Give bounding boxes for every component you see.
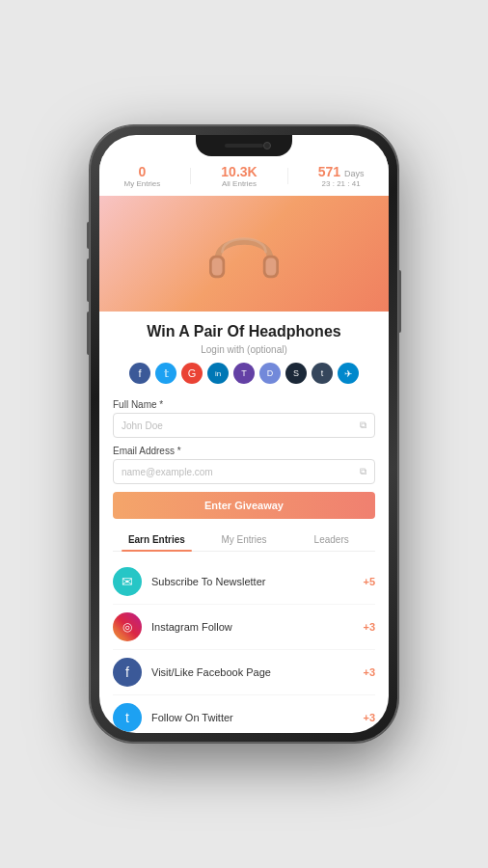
form-section: Full Name * John Doe ⧉ Email Address * n… — [99, 399, 389, 484]
facebook-label: Visit/Like Facebook Page — [151, 666, 353, 678]
google-login-icon[interactable]: G — [181, 363, 203, 384]
phone-screen: 0 My Entries 10.3K All Entries 571 Days … — [99, 135, 389, 733]
enter-giveaway-button[interactable]: Enter Giveaway — [113, 492, 375, 519]
newsletter-icon: ✉ — [113, 567, 142, 596]
newsletter-label: Subscribe To Newsletter — [151, 576, 353, 587]
full-name-input[interactable]: John Doe ⧉ — [113, 413, 375, 438]
list-item[interactable]: f Visit/Like Facebook Page +3 — [113, 650, 375, 695]
entry-list: ✉ Subscribe To Newsletter +5 ◎ Instagram… — [99, 552, 389, 733]
twitter-label: Follow On Twitter — [151, 712, 353, 723]
telegram-login-icon[interactable]: ✈ — [338, 363, 359, 384]
login-text: Login with (optional) — [115, 344, 373, 355]
notch — [196, 135, 292, 156]
svg-rect-1 — [212, 258, 223, 276]
timer-stat: 571 Days 23 : 21 : 41 — [318, 164, 365, 188]
full-name-label: Full Name * — [113, 399, 375, 410]
all-entries-label: All Entries — [221, 179, 257, 188]
full-name-placeholder: John Doe — [122, 420, 163, 431]
instagram-label: Instagram Follow — [151, 621, 353, 633]
svg-rect-3 — [266, 258, 277, 276]
stats-bar: 0 My Entries 10.3K All Entries 571 Days … — [99, 156, 389, 196]
copy-icon-email: ⧉ — [360, 466, 366, 477]
timer-time: 23 : 21 : 41 — [318, 179, 365, 188]
instagram-icon: ◎ — [113, 612, 142, 641]
tabs-row: Earn Entries My Entries Leaders — [113, 529, 375, 552]
tumblr-login-icon[interactable]: t — [312, 363, 333, 384]
camera — [263, 142, 271, 149]
social-login-row: f 𝕥 G in T D S t ✈ — [115, 363, 373, 384]
list-item[interactable]: t Follow On Twitter +3 — [113, 695, 375, 733]
timer-days: 571 Days — [318, 164, 365, 179]
twitch-login-icon[interactable]: T — [233, 363, 255, 384]
hero-image — [99, 196, 389, 312]
twitter-points: +3 — [363, 712, 375, 723]
tab-my-entries[interactable]: My Entries — [201, 529, 288, 551]
discord-login-icon[interactable]: D — [259, 363, 281, 384]
newsletter-points: +5 — [363, 576, 375, 587]
tab-earn-entries[interactable]: Earn Entries — [113, 529, 201, 551]
facebook-login-icon[interactable]: f — [129, 363, 150, 384]
twitter-login-icon[interactable]: 𝕥 — [155, 363, 176, 384]
headphones-icon — [201, 210, 287, 297]
facebook-points: +3 — [363, 666, 375, 678]
my-entries-value: 0 — [124, 164, 161, 179]
list-item[interactable]: ◎ Instagram Follow +3 — [113, 605, 375, 650]
tab-leaders[interactable]: Leaders — [287, 529, 375, 551]
email-placeholder: name@example.com — [122, 467, 213, 477]
volume-down-button — [87, 312, 90, 355]
giveaway-title: Win A Pair Of Headphones — [115, 323, 373, 340]
list-item[interactable]: ✉ Subscribe To Newsletter +5 — [113, 559, 375, 605]
my-entries-stat: 0 My Entries — [124, 164, 161, 188]
power-button — [398, 270, 401, 333]
my-entries-label: My Entries — [124, 179, 161, 188]
screen-content: 0 My Entries 10.3K All Entries 571 Days … — [99, 135, 389, 733]
phone-frame: 0 My Entries 10.3K All Entries 571 Days … — [90, 125, 398, 743]
all-entries-stat: 10.3K All Entries — [221, 164, 257, 188]
instagram-points: +3 — [363, 621, 375, 633]
volume-mute-button — [87, 222, 90, 249]
copy-icon-name: ⧉ — [360, 420, 366, 431]
twitter-icon: t — [113, 703, 142, 732]
linkedin-login-icon[interactable]: in — [207, 363, 229, 384]
email-label: Email Address * — [113, 446, 375, 456]
speaker — [225, 144, 263, 148]
stat-divider-2 — [287, 168, 288, 184]
email-input[interactable]: name@example.com ⧉ — [113, 459, 375, 484]
all-entries-value: 10.3K — [221, 164, 257, 179]
facebook-icon: f — [113, 658, 142, 687]
title-section: Win A Pair Of Headphones Login with (opt… — [99, 312, 389, 399]
stat-divider-1 — [190, 168, 191, 184]
volume-up-button — [87, 258, 90, 302]
steam-login-icon[interactable]: S — [285, 363, 307, 384]
